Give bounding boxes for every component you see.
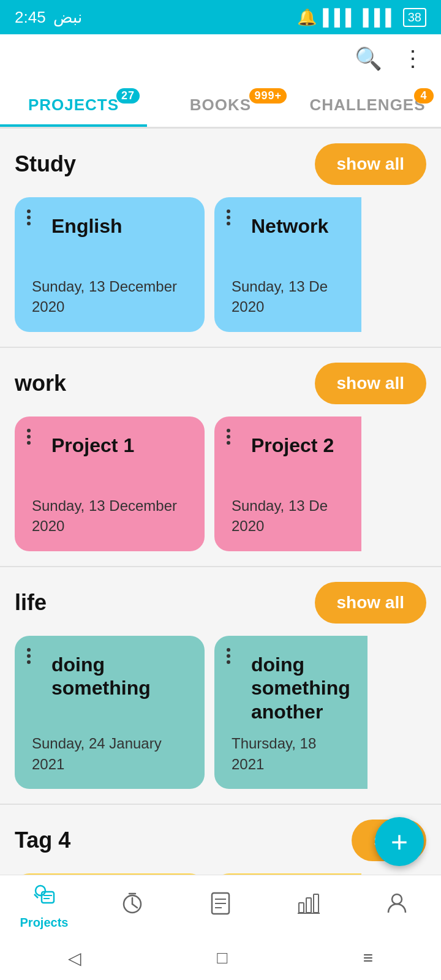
nav-item-timer[interactable]	[88, 875, 176, 936]
work-show-all-button[interactable]: show all	[315, 363, 426, 404]
challenges-badge: 4	[414, 88, 434, 104]
time: 2:45	[15, 8, 46, 27]
life-title: life	[15, 590, 47, 616]
notes-nav-icon	[208, 891, 233, 921]
card-project1-title: Project 1	[51, 434, 187, 457]
card-english-menu[interactable]	[27, 209, 31, 225]
svg-rect-15	[314, 894, 318, 913]
nav-item-profile[interactable]	[353, 875, 441, 936]
tag4-title: Tag 4	[15, 827, 70, 853]
profile-nav-icon	[385, 891, 409, 921]
tab-books[interactable]: BOOKS 999+	[147, 83, 294, 127]
projects-nav-icon	[32, 882, 56, 912]
bottom-nav: Projects	[0, 875, 441, 936]
main-content: Study show all English Sunday, 13 Decemb…	[0, 129, 441, 980]
card-english-date: Sunday, 13 December 2020	[32, 276, 187, 317]
signal-icon: ▌▌▌	[323, 8, 356, 27]
action-bar: 🔍 ⋮	[0, 34, 441, 83]
section-study: Study show all English Sunday, 13 Decemb…	[0, 129, 441, 347]
timer-nav-icon	[120, 891, 145, 921]
study-title: Study	[15, 151, 76, 177]
card-network[interactable]: Network Sunday, 13 De 2020	[214, 197, 361, 332]
card-doing-another[interactable]: doing something another Thursday, 18 202…	[214, 636, 368, 789]
nav-projects-label: Projects	[20, 916, 69, 930]
card-doing-date: Sunday, 24 January 2021	[32, 733, 187, 774]
back-button[interactable]: ◁	[68, 948, 81, 968]
card-english[interactable]: English Sunday, 13 December 2020	[15, 197, 205, 332]
card-doing-menu[interactable]	[27, 648, 31, 664]
status-left: 2:45 نبض	[15, 8, 82, 27]
nav-item-stats[interactable]	[265, 875, 353, 936]
svg-rect-14	[306, 898, 311, 913]
card-project2[interactable]: Project 2 Sunday, 13 De 2020	[214, 417, 361, 551]
home-button[interactable]: □	[217, 948, 227, 968]
card-english-title: English	[51, 214, 187, 238]
work-cards-row: Project 1 Sunday, 13 December 2020 Proje…	[15, 417, 426, 566]
svg-rect-13	[299, 903, 304, 913]
books-badge: 999+	[249, 88, 287, 104]
card-doing-another-date: Thursday, 18 2021	[232, 733, 350, 774]
svg-point-0	[36, 886, 45, 895]
stats-nav-icon	[296, 891, 321, 921]
work-title: work	[15, 371, 66, 396]
nav-item-notes[interactable]	[176, 875, 265, 936]
life-show-all-button[interactable]: show all	[315, 582, 426, 624]
recents-button[interactable]: ≡	[363, 948, 373, 968]
signal2-icon: ▌▌▌	[363, 8, 396, 27]
fab-plus-icon: +	[391, 825, 408, 859]
tab-challenges[interactable]: CHALLENGES 4	[294, 83, 441, 127]
tag4-header: Tag 4 sho	[15, 820, 426, 861]
study-show-all-button[interactable]: show all	[315, 143, 426, 185]
life-header: life show all	[15, 582, 426, 624]
work-header: work show all	[15, 363, 426, 404]
card-doing-title: doing something	[51, 653, 187, 700]
card-network-date: Sunday, 13 De 2020	[232, 276, 344, 317]
status-right: 🔔 ▌▌▌ ▌▌▌ 38	[297, 8, 426, 27]
study-cards-row: English Sunday, 13 December 2020 Network…	[15, 197, 426, 347]
svg-line-7	[132, 904, 137, 908]
card-project2-menu[interactable]	[227, 429, 230, 445]
section-work: work show all Project 1 Sunday, 13 Decem…	[0, 348, 441, 566]
tab-projects[interactable]: PROJECTS 27	[0, 83, 147, 127]
section-life: life show all doing something Sunday, 24…	[0, 567, 441, 804]
card-doing-another-title: doing something another	[251, 653, 350, 723]
search-icon[interactable]: 🔍	[355, 46, 382, 72]
projects-badge: 27	[116, 88, 140, 104]
system-nav-bar: ◁ □ ≡	[0, 936, 441, 980]
study-header: Study show all	[15, 143, 426, 185]
card-project2-date: Sunday, 13 De 2020	[232, 496, 344, 537]
tab-bar: PROJECTS 27 BOOKS 999+ CHALLENGES 4	[0, 83, 441, 129]
card-doing-something[interactable]: doing something Sunday, 24 January 2021	[15, 636, 205, 789]
arabic-text: نبض	[53, 8, 82, 27]
alarm-icon: 🔔	[297, 8, 317, 27]
fab-add-button[interactable]: +	[375, 817, 424, 866]
card-network-menu[interactable]	[227, 209, 230, 225]
card-project1-date: Sunday, 13 December 2020	[32, 496, 187, 537]
life-cards-row: doing something Sunday, 24 January 2021 …	[15, 636, 426, 804]
more-menu-icon[interactable]: ⋮	[402, 46, 424, 72]
card-project1[interactable]: Project 1 Sunday, 13 December 2020	[15, 417, 205, 551]
card-doing-another-menu[interactable]	[227, 648, 230, 664]
battery-icon: 38	[403, 8, 426, 27]
card-project2-title: Project 2	[251, 434, 344, 457]
nav-item-projects[interactable]: Projects	[0, 875, 88, 936]
card-project1-menu[interactable]	[27, 429, 31, 445]
svg-point-17	[392, 894, 402, 904]
card-network-title: Network	[251, 214, 344, 238]
status-bar: 2:45 نبض 🔔 ▌▌▌ ▌▌▌ 38	[0, 0, 441, 34]
